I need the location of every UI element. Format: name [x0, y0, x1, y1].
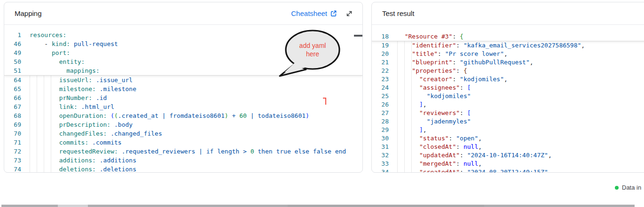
- scrollbar-thumb[interactable]: [354, 35, 362, 37]
- code-line[interactable]: 65 milestone: .milestone: [4, 84, 362, 93]
- code-token: [: [467, 84, 471, 91]
- code-token: changedFiles:: [59, 130, 107, 137]
- code-token: "assignees": [419, 84, 460, 91]
- code-token: [30, 139, 59, 146]
- line-number: 24: [372, 84, 389, 92]
- line-number: 69: [4, 120, 21, 129]
- expand-icon[interactable]: [346, 10, 353, 17]
- code-token: "title": [412, 50, 438, 57]
- code-line[interactable]: 67 link: .html_url: [4, 102, 362, 111]
- code-token: {: [460, 33, 463, 40]
- line-number: 71: [4, 138, 21, 147]
- mapping-panel-header: Mapping Cheatsheet: [4, 2, 362, 25]
- line-number: 50: [4, 57, 21, 66]
- code-line[interactable]: 68 openDuration: ((.created_at | fromdat…: [4, 111, 362, 120]
- code-text: entity:: [21, 57, 85, 66]
- code-line[interactable]: 26 ],: [372, 100, 644, 109]
- cheatsheet-link-label: Cheatsheet: [291, 9, 327, 17]
- code-token: additions:: [59, 157, 96, 164]
- code-token: .milestone: [96, 85, 136, 92]
- code-line[interactable]: 33 "mergedAt": null,: [372, 160, 644, 168]
- line-number: 20: [372, 50, 389, 58]
- code-token: ): [225, 112, 228, 119]
- code-line[interactable]: 28 "jadenmyles": [372, 117, 644, 126]
- annotation-text-line2: here: [306, 50, 319, 58]
- line-number: 30: [372, 134, 389, 143]
- red-annotation-mark: [323, 98, 326, 105]
- code-text: commits: .commits: [21, 138, 122, 147]
- code-line[interactable]: 19 "identifier": "kafka_email_services20…: [372, 41, 644, 50]
- code-text: mappings:: [21, 66, 100, 75]
- code-token: [441, 50, 445, 57]
- code-token: "status": [419, 135, 449, 142]
- code-line[interactable]: 29 ],: [372, 126, 644, 134]
- code-token: ,: [581, 42, 585, 49]
- json-viewer[interactable]: 18 "Resource #3": { 19 "identifier": "ka…: [372, 25, 644, 173]
- code-line[interactable]: 20 "title": "Pr score lower",: [372, 50, 644, 58]
- code-token: [397, 33, 405, 40]
- code-line[interactable]: 66 prNumber: .id: [4, 93, 362, 102]
- line-number: 29: [372, 126, 389, 134]
- status-indicator: Data in: [615, 184, 641, 191]
- code-token: :: [456, 67, 460, 74]
- yaml-code-body[interactable]: 64 issueUrl: .issue_url65 milestone: .mi…: [4, 76, 362, 173]
- code-line[interactable]: 23 "creator": "kodjomiles",: [372, 75, 644, 84]
- line-number: 28: [372, 117, 389, 126]
- code-line[interactable]: 69 prDescription: .body: [4, 120, 362, 129]
- code-token: ,: [548, 169, 552, 173]
- code-token: .commits: [88, 139, 121, 146]
- code-token: [397, 67, 412, 74]
- code-token: ,: [504, 76, 508, 83]
- code-line[interactable]: 70 changedFiles: .changed_files: [4, 129, 362, 138]
- code-token: [30, 85, 59, 92]
- code-token: :: [460, 109, 463, 116]
- code-line[interactable]: 34 "createdAt": "2024-08-20T12:49:15Z",: [372, 168, 644, 173]
- code-token: ,: [423, 126, 427, 133]
- code-line[interactable]: 25 "kodjomiles": [372, 92, 644, 100]
- code-token: [397, 152, 419, 159]
- code-line[interactable]: 30 "status": "open",: [372, 134, 644, 143]
- code-token: null: [463, 160, 478, 167]
- code-token: [30, 67, 66, 74]
- code-line[interactable]: 32 "updatedAt": "2024-10-16T14:40:47Z",: [372, 151, 644, 160]
- code-line[interactable]: 74 deletions: .deletions: [4, 165, 362, 173]
- line-number: 26: [372, 100, 389, 109]
- code-token: [30, 77, 59, 84]
- panel-title-mapping: Mapping: [15, 9, 42, 17]
- code-line[interactable]: 72 requestedReview: .requested_reviewers…: [4, 147, 362, 156]
- code-token: "2024-10-16T14:40:47Z": [467, 152, 548, 159]
- code-token: {: [463, 67, 467, 74]
- line-number: 74: [4, 165, 21, 173]
- code-line[interactable]: 24 "assignees": [: [372, 84, 644, 92]
- line-number: 32: [372, 151, 389, 160]
- code-token: [397, 76, 419, 83]
- line-number: 19: [372, 41, 389, 50]
- code-text: "title": "Pr score lower",: [389, 50, 508, 58]
- code-line[interactable]: 71 commits: .commits: [4, 138, 362, 147]
- code-text: "updatedAt": "2024-10-16T14:40:47Z",: [389, 151, 552, 160]
- cheatsheet-link[interactable]: Cheatsheet: [291, 9, 337, 17]
- code-token: [30, 58, 59, 65]
- code-line[interactable]: 21 "blueprint": "githubPullRequest",: [372, 58, 644, 67]
- code-line[interactable]: 73 additions: .additions: [4, 156, 362, 165]
- line-number: 22: [372, 67, 389, 75]
- code-token: [30, 94, 59, 101]
- code-line[interactable]: 27 "reviewers": [: [372, 109, 644, 117]
- code-token: then true else false end: [254, 148, 346, 155]
- code-token: :: [456, 143, 460, 150]
- json-code-body[interactable]: 19 "identifier": "kafka_email_services20…: [372, 41, 644, 173]
- code-text: "jadenmyles": [389, 117, 471, 126]
- code-token: ]: [419, 126, 423, 133]
- code-line[interactable]: 22 "properties": {: [372, 67, 644, 75]
- line-number: 33: [372, 160, 389, 168]
- code-token: ,: [478, 135, 482, 142]
- code-token: [30, 157, 59, 164]
- code-token: 60: [239, 112, 247, 119]
- code-text: additions: .additions: [21, 156, 136, 165]
- code-line[interactable]: 18 "Resource #3": {: [372, 32, 644, 41]
- code-line[interactable]: 31 "closedAt": null,: [372, 143, 644, 151]
- status-dot-icon: [615, 186, 619, 190]
- code-token: "identifier": [412, 42, 456, 49]
- code-token: port:: [52, 49, 70, 56]
- code-token: [397, 59, 412, 66]
